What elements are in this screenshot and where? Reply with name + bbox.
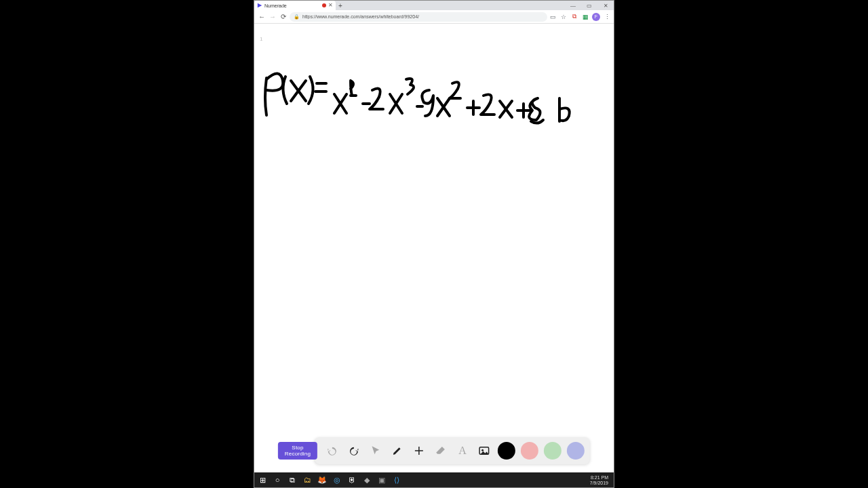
- omnibox-url: https://www.numerade.com/answers/whitebo…: [302, 14, 543, 19]
- color-swatch-red[interactable]: [521, 442, 538, 460]
- tab-favicon-numerade: [257, 3, 262, 8]
- browser-window: Numerade ✕ + — ▭ ✕ ← → ⟳ 🔒 https://www.n…: [254, 0, 614, 488]
- window-maximize-button[interactable]: ▭: [581, 1, 597, 10]
- system-tray[interactable]: 8:21 PM 7/9/2019: [590, 475, 611, 485]
- undo-button[interactable]: [324, 443, 340, 459]
- firefox-icon[interactable]: 🦊: [317, 474, 328, 485]
- reader-icon[interactable]: ▭: [549, 13, 557, 21]
- whiteboard-toolbar: A: [315, 437, 590, 464]
- tab-strip: Numerade ✕ + — ▭ ✕: [254, 1, 614, 10]
- nav-reload-button[interactable]: ⟳: [279, 12, 288, 22]
- tray-time: 8:21 PM: [591, 475, 608, 480]
- app-diamond-icon[interactable]: ◆: [361, 474, 372, 485]
- add-tool-icon[interactable]: [411, 443, 427, 459]
- svg-marker-0: [258, 3, 262, 7]
- svg-point-2: [481, 449, 484, 451]
- chrome-icon[interactable]: ◎: [332, 474, 342, 485]
- shield-app-icon[interactable]: ⛨: [347, 474, 357, 485]
- color-swatch-black[interactable]: [498, 442, 515, 460]
- new-tab-button[interactable]: +: [336, 1, 345, 10]
- recording-indicator-icon: [322, 3, 326, 7]
- address-bar-row: ← → ⟳ 🔒 https://www.numerade.com/answers…: [254, 10, 614, 24]
- start-button[interactable]: ⊞: [257, 474, 268, 485]
- bookmark-star-icon[interactable]: ☆: [559, 13, 568, 21]
- file-explorer-icon[interactable]: 🗂: [302, 474, 313, 485]
- nav-forward-button[interactable]: →: [268, 12, 277, 22]
- profile-avatar[interactable]: F: [592, 13, 600, 21]
- tab-close-icon[interactable]: ✕: [328, 3, 333, 8]
- chrome-menu-button[interactable]: ⋮: [603, 13, 611, 21]
- window-close-button[interactable]: ✕: [597, 1, 614, 10]
- tray-date: 7/9/2019: [590, 481, 608, 485]
- pointer-tool-icon[interactable]: [368, 443, 384, 459]
- whiteboard-toolbar-wrap: Stop Recording: [278, 437, 590, 464]
- stop-recording-button[interactable]: Stop Recording: [278, 442, 317, 460]
- pen-tool-icon[interactable]: [389, 443, 406, 459]
- window-controls: — ▭ ✕: [565, 1, 614, 10]
- image-tool-icon[interactable]: [476, 443, 492, 459]
- extension-icon[interactable]: ⧉: [570, 13, 578, 21]
- whiteboard-canvas[interactable]: 1: [254, 24, 614, 487]
- redo-button[interactable]: [346, 443, 362, 459]
- omnibox[interactable]: 🔒 https://www.numerade.com/answers/white…: [290, 12, 547, 22]
- text-tool-icon[interactable]: A: [454, 443, 471, 459]
- browser-tab[interactable]: Numerade ✕: [254, 1, 336, 10]
- tab-title: Numerade: [264, 3, 320, 8]
- search-button-icon[interactable]: ○: [272, 474, 283, 485]
- lock-icon: 🔒: [294, 14, 300, 20]
- extension2-icon[interactable]: ▦: [581, 13, 589, 21]
- taskview-button-icon[interactable]: ⧉: [287, 474, 298, 485]
- nav-back-button[interactable]: ←: [257, 12, 267, 22]
- windows-taskbar: ⊞ ○ ⧉ 🗂 🦊 ◎ ⛨ ◆ ▣ ⟨⟩ 8:21 PM 7/9/2019: [254, 472, 614, 487]
- color-swatch-blue[interactable]: [567, 442, 585, 460]
- vscode-icon[interactable]: ⟨⟩: [391, 474, 402, 485]
- address-extra-icons: ▭ ☆ ⧉ ▦ F ⋮: [549, 13, 611, 21]
- color-swatch-green[interactable]: [544, 442, 561, 460]
- eraser-tool-icon[interactable]: [433, 443, 449, 459]
- handwriting-svg: [254, 51, 614, 146]
- terminal-icon[interactable]: ▣: [376, 474, 387, 485]
- page-number-label: 1: [260, 36, 262, 42]
- window-minimize-button[interactable]: —: [565, 1, 581, 10]
